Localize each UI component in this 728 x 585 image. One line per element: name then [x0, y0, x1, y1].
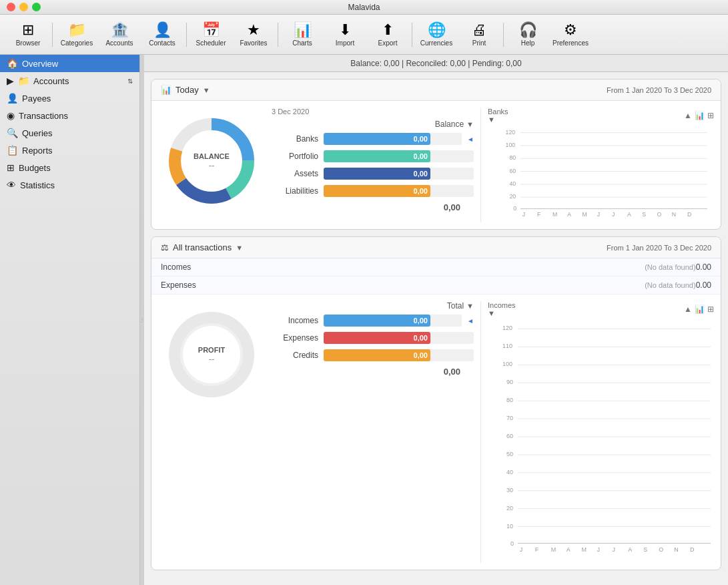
main-layout: 🏠 Overview ▶ 📁 Accounts ⇅ 👤 Payees ◉ Tra…: [0, 55, 728, 585]
balance-donut: BALANCE --: [158, 108, 265, 214]
bar-fill-banks: 0,00: [324, 133, 430, 145]
bar-fill-assets: 0,00: [324, 168, 430, 180]
toolbar-import[interactable]: ⬇ Import: [324, 17, 366, 53]
toolbar-help[interactable]: 🎧 Help: [506, 17, 549, 53]
chart-filter-dropdown[interactable]: ▼: [488, 116, 495, 124]
payees-icon: 👤: [7, 93, 18, 104]
toolbar-charts[interactable]: 📊 Charts: [281, 17, 324, 53]
svg-text:A: A: [567, 211, 571, 218]
accounts-folder-icon: 📁: [18, 75, 29, 86]
balance-chart-filter: Banks ▼: [488, 108, 508, 124]
favorites-icon: ★: [247, 23, 260, 37]
sidebar-item-budgets[interactable]: ⊞ Budgets: [0, 159, 139, 176]
bar-row-credits: Credits 0,00: [272, 349, 474, 361]
toolbar-favorites[interactable]: ★ Favorites: [232, 17, 275, 53]
trans-table-icon[interactable]: ⊞: [707, 305, 714, 314]
trans-panel-content: PROFIT -- Total ▼ Incomes: [151, 295, 721, 570]
bar-fill-incomes: 0,00: [324, 315, 430, 327]
sidebar-item-statistics[interactable]: 👁 Statistics: [0, 176, 139, 194]
svg-text:A: A: [628, 547, 632, 554]
bar-track-portfolio: 0,00: [324, 150, 474, 162]
balance-chart-label: Balance: [435, 120, 464, 129]
sidebar-overview-label: Overview: [22, 59, 58, 69]
balance-date: 3 Dec 2020: [272, 108, 474, 116]
window-controls[interactable]: [7, 3, 41, 11]
trans-dropdown[interactable]: ▼: [236, 244, 243, 252]
balance-panel-header: 📊 Today ▼ From 1 Jan 2020 To 3 Dec 2020: [151, 79, 721, 101]
sep4: [412, 23, 412, 47]
contacts-icon: 👤: [153, 23, 171, 37]
trans-panel-header: ⚖ All transactions ▼ From 1 Jan 2020 To …: [151, 237, 721, 258]
sidebar-item-overview[interactable]: 🏠 Overview: [0, 55, 139, 72]
trans-total-label: Total: [447, 301, 464, 311]
svg-text:120: 120: [506, 129, 516, 136]
svg-text:J: J: [612, 211, 615, 218]
svg-text:90: 90: [506, 379, 513, 385]
svg-text:A: A: [627, 211, 631, 218]
bar-row-liabilities: Liabilities 0,00: [272, 185, 474, 197]
sidebar-item-reports[interactable]: 📋 Reports: [0, 142, 139, 159]
svg-text:A: A: [567, 547, 571, 554]
trans-total-dropdown[interactable]: ▼: [466, 302, 474, 310]
svg-text:J: J: [522, 211, 525, 218]
balance-chart-svg: 120 100 80 60 40 20 0: [488, 126, 714, 220]
svg-text:O: O: [659, 547, 663, 554]
trans-total: 0,00: [272, 367, 474, 377]
toolbar-preferences[interactable]: ⚙ Preferences: [549, 17, 592, 53]
maximize-button[interactable]: [32, 3, 41, 11]
chart-icons: ▲ 📊 ⊞: [684, 111, 714, 120]
toolbar-categories[interactable]: 📁 Categories: [55, 17, 98, 53]
bar-label-credits: Credits: [272, 351, 318, 360]
balance-dropdown[interactable]: ▼: [466, 120, 474, 128]
svg-text:N: N: [674, 547, 678, 554]
close-button[interactable]: [7, 3, 15, 11]
bar-value-incomes: 0,00: [414, 317, 428, 325]
bar-track-liabilities: 0,00: [324, 185, 474, 197]
trans-area-chart-icon[interactable]: ▲: [684, 305, 692, 314]
favorites-label: Favorites: [240, 39, 267, 47]
bar-label-assets: Assets: [272, 169, 318, 178]
svg-text:N: N: [672, 211, 676, 218]
minimize-button[interactable]: [19, 3, 28, 11]
trans-filter-dropdown[interactable]: ▼: [488, 309, 495, 317]
today-dropdown[interactable]: ▼: [203, 86, 210, 94]
currencies-icon: 🌐: [428, 23, 446, 37]
trans-section-icon: ⚖: [161, 242, 169, 252]
categories-icon: 📁: [68, 23, 86, 37]
toolbar-export[interactable]: ⬆ Export: [366, 17, 409, 53]
sidebar-item-accounts[interactable]: ▶ 📁 Accounts ⇅: [0, 72, 139, 89]
toolbar-currencies[interactable]: 🌐 Currencies: [415, 17, 458, 53]
toolbar-accounts[interactable]: 🏦 Accounts: [98, 17, 141, 53]
svg-text:M: M: [551, 547, 556, 554]
sidebar-transactions-label: Transactions: [19, 111, 68, 121]
bar-track-incomes: 0,00: [324, 315, 462, 327]
toolbar-print[interactable]: 🖨 Print: [458, 17, 500, 53]
svg-text:100: 100: [502, 361, 512, 367]
balance-panel-content: BALANCE -- 3 Dec 2020 Balance ▼ Banks: [151, 101, 721, 229]
toolbar-browser[interactable]: ⊞ Browser: [7, 17, 49, 53]
table-chart-icon[interactable]: ⊞: [707, 111, 714, 120]
trans-bar-chart-icon[interactable]: 📊: [695, 305, 705, 314]
profit-donut-value: --: [198, 354, 225, 364]
bar-label-expenses-bar: Expenses: [272, 333, 318, 343]
incomes-label: Incomes: [161, 262, 641, 272]
sidebar-item-transactions[interactable]: ◉ Transactions: [0, 107, 139, 124]
sidebar-item-queries[interactable]: 🔍 Queries: [0, 124, 139, 142]
preferences-icon: ⚙: [564, 23, 577, 37]
contacts-label: Contacts: [149, 39, 175, 47]
balance-panel: 📊 Today ▼ From 1 Jan 2020 To 3 Dec 2020: [151, 79, 721, 230]
area-chart-icon[interactable]: ▲: [684, 111, 692, 120]
queries-icon: 🔍: [7, 128, 18, 138]
help-icon: 🎧: [519, 23, 537, 37]
bar-fill-credits: 0,00: [324, 349, 430, 361]
toolbar-scheduler[interactable]: 📅 Scheduler: [190, 17, 232, 53]
bar-chart-icon[interactable]: 📊: [695, 111, 705, 120]
balance-header-left: 📊 Today ▼: [161, 85, 210, 95]
import-label: Import: [336, 39, 354, 47]
status-bar: Balance: 0,00 | Reconciled: 0,00 | Pendi…: [144, 55, 728, 72]
toolbar-contacts[interactable]: 👤 Contacts: [141, 17, 184, 53]
svg-text:110: 110: [502, 343, 512, 349]
svg-text:M: M: [582, 547, 587, 554]
trans-section-label: All transactions: [173, 242, 232, 252]
sidebar-item-payees[interactable]: 👤 Payees: [0, 89, 139, 107]
